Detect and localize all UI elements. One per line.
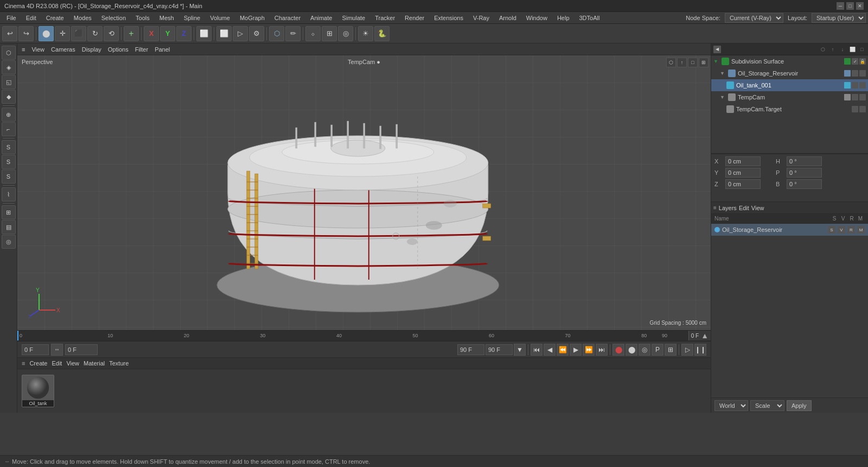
coord-z-input[interactable]	[725, 179, 761, 189]
mat-menu-create[interactable]: Create	[29, 360, 47, 367]
move-tool-button[interactable]: ⊕	[2, 108, 16, 122]
reservoir-lock[interactable]	[859, 70, 866, 77]
object-mode-button[interactable]: ⬜	[196, 26, 212, 41]
point-mode-button[interactable]: ◆	[2, 90, 16, 104]
mat-menu-edit[interactable]: Edit	[52, 360, 62, 367]
vp-menu-display[interactable]: Display	[82, 46, 101, 53]
python-button[interactable]: 🐍	[374, 26, 390, 41]
rp-icon-4[interactable]: ⬜	[848, 46, 856, 53]
edge-mode-button[interactable]: ◱	[2, 75, 16, 89]
layout-select[interactable]: Startup (User)	[812, 13, 866, 23]
subdivision-color[interactable]	[844, 58, 851, 65]
menu-modes[interactable]: Modes	[69, 14, 96, 22]
vp-menu-cameras[interactable]: Cameras	[51, 46, 75, 53]
coord-x-input[interactable]	[725, 156, 761, 166]
polygon-mode-button[interactable]: ◈	[2, 60, 16, 74]
obj-row-tempcam-target[interactable]: TempCam.Target	[711, 103, 868, 115]
vp-menu-panel[interactable]: Panel	[155, 46, 170, 53]
minimize-button[interactable]: ─	[837, 2, 844, 10]
redo-button[interactable]: ↪	[18, 26, 34, 41]
scale-button[interactable]: ⬛	[71, 26, 86, 41]
start-frame-input[interactable]	[22, 344, 49, 355]
menu-volume[interactable]: Volume	[206, 14, 234, 22]
rp-icon-2[interactable]: ↑	[829, 46, 837, 53]
brush-button[interactable]: ⌇	[2, 187, 16, 201]
reservoir-vis[interactable]	[852, 70, 858, 77]
menu-spline[interactable]: Spline	[180, 14, 205, 22]
vp-menu-view[interactable]: View	[31, 46, 44, 53]
anim-mode-3[interactable]: ◎	[639, 344, 650, 356]
y-axis-button[interactable]: Y	[160, 26, 175, 41]
grid-tool-button[interactable]: ⊞	[2, 205, 16, 219]
vp-nav-3[interactable]: □	[688, 58, 698, 67]
move-button[interactable]: ✛	[55, 26, 70, 41]
scale-select[interactable]: Scale Move Rotate	[750, 400, 784, 411]
tempcam-color[interactable]	[844, 94, 851, 100]
coord-y-input[interactable]	[725, 168, 761, 178]
layers-menu-edit[interactable]: Edit	[739, 205, 749, 211]
vp-nav-4[interactable]: ⊞	[699, 58, 709, 67]
vp-nav-2[interactable]: ↑	[677, 58, 687, 67]
tank-color[interactable]	[844, 82, 851, 89]
menu-selection[interactable]: Selection	[97, 14, 130, 22]
anim-mode-4[interactable]: P	[652, 344, 663, 356]
menu-tools[interactable]: Tools	[131, 14, 154, 22]
anim-mode-1[interactable]: ⬤	[612, 344, 624, 356]
mat-menu-texture[interactable]: Texture	[109, 360, 129, 367]
menu-animate[interactable]: Animate	[306, 14, 336, 22]
vp-nav-1[interactable]: ⬡	[666, 58, 676, 67]
subdivision-lock[interactable]: 🔒	[859, 58, 866, 65]
layers-header-icon[interactable]: ≡	[713, 205, 717, 211]
render-btn[interactable]: ◎	[338, 26, 353, 41]
skip-to-start-button[interactable]: ⏮	[531, 344, 542, 356]
rp-icon-5[interactable]: □	[858, 46, 866, 53]
undo-button[interactable]: ↩	[2, 26, 17, 41]
spline-button[interactable]: S	[2, 155, 16, 169]
subdivision-vis[interactable]: ✓	[852, 58, 858, 65]
pen-button[interactable]: ✏	[285, 26, 301, 41]
menu-extensions[interactable]: Extensions	[430, 14, 468, 22]
mat-menu-material[interactable]: Material	[84, 360, 105, 367]
add-button[interactable]: +	[124, 26, 139, 41]
rp-collapse-button[interactable]: ◀	[713, 46, 721, 53]
coord-p-input[interactable]	[787, 168, 822, 178]
snap-button[interactable]: ⬦	[305, 26, 321, 41]
z-axis-button[interactable]: Z	[176, 26, 192, 41]
coord-h-input[interactable]	[787, 156, 822, 166]
tempcam-lock[interactable]	[859, 94, 866, 100]
frame-step-down-button[interactable]: ▼	[514, 344, 526, 356]
step-next-button[interactable]: ⏩	[583, 344, 595, 356]
close-button[interactable]: ✕	[856, 2, 864, 10]
settings-button[interactable]: ⚙	[249, 26, 264, 41]
current-frame-input[interactable]	[65, 344, 98, 355]
layer-s-icon[interactable]: S	[828, 226, 835, 234]
reservoir-color[interactable]	[844, 70, 851, 77]
spiral-button[interactable]: S	[2, 140, 16, 154]
anim-mode-2[interactable]: ⬤	[626, 344, 637, 356]
light-button[interactable]: ☀	[358, 26, 373, 41]
end-frame-input[interactable]	[457, 344, 484, 355]
menu-simulate[interactable]: Simulate	[337, 14, 369, 22]
layer-v-icon[interactable]: V	[838, 226, 845, 234]
max-frame-input[interactable]	[486, 344, 513, 355]
bezier-button[interactable]: S	[2, 169, 16, 184]
maximize-button[interactable]: □	[846, 2, 854, 10]
world-select[interactable]: World Object	[714, 400, 748, 411]
rotate-button[interactable]: ↻	[87, 26, 103, 41]
timeline-playhead[interactable]	[17, 331, 18, 340]
step-back-button[interactable]: ◀	[544, 344, 556, 356]
obj-row-reservoir[interactable]: ▼ Oil_Storage_Reservoir	[711, 67, 868, 79]
tempcam-target-lock[interactable]	[859, 106, 866, 112]
menu-arnold[interactable]: Arnold	[495, 14, 521, 22]
viewport-3d[interactable]: Perspective TempCam ● ⬡ ↑ □ ⊞	[17, 55, 711, 330]
x-axis-button[interactable]: X	[144, 26, 159, 41]
grid-button[interactable]: ⊞	[322, 26, 337, 41]
menu-character[interactable]: Character	[270, 14, 305, 22]
skip-to-end-button[interactable]: ⏭	[596, 344, 608, 356]
anim-mode-5[interactable]: ⊞	[665, 344, 676, 356]
view-cube-button[interactable]: ⬡	[269, 26, 284, 41]
coord-b-input[interactable]	[787, 179, 822, 189]
layer-r-icon[interactable]: R	[847, 226, 855, 234]
layers-menu-view[interactable]: View	[751, 205, 764, 211]
tank-lock[interactable]	[859, 82, 866, 89]
